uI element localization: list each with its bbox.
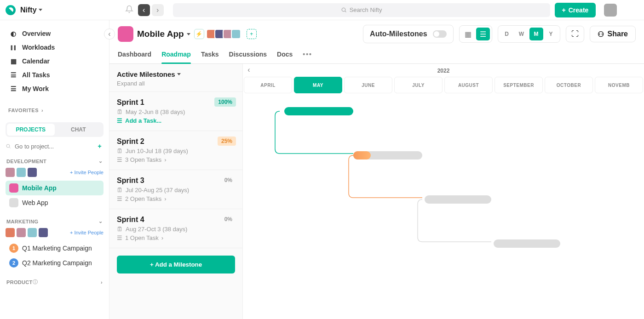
sidebar-item-workloads[interactable]: ⫿⫿Workloads xyxy=(6,40,104,54)
tab-chat[interactable]: CHAT xyxy=(55,124,103,136)
sidebar-item-my-work[interactable]: ☰My Work xyxy=(6,82,104,96)
milestone-item[interactable]: Sprint 4 🗓Aug 27-Oct 3 (38 days) ☰1 Open… xyxy=(109,209,242,248)
project-q1-marketing[interactable]: 1Q1 Marketing Campaign xyxy=(6,241,104,256)
project-web-app[interactable]: Web App xyxy=(6,195,104,210)
tab-tasks[interactable]: Tasks xyxy=(201,46,219,63)
month-november[interactable]: NOVEMB xyxy=(595,77,643,93)
add-milestone-button[interactable]: + Add a Milestone xyxy=(117,256,235,273)
roadmap-content: Active Milestones Expand all Sprint 1 🗓M… xyxy=(109,64,644,319)
milestone-tasks: 2 Open Tasks xyxy=(125,195,161,202)
share-icon: ⚇ xyxy=(598,30,604,39)
milestone-item[interactable]: Sprint 1 🗓May 2-Jun 8 (38 days) ☰Add a T… xyxy=(109,92,242,131)
avatar xyxy=(17,168,26,177)
gantt-bar-sprint1[interactable] xyxy=(284,107,353,115)
avatar xyxy=(6,168,15,177)
scale-week[interactable]: W xyxy=(515,28,529,40)
marketing-people: + Invite People xyxy=(6,228,104,237)
collapse-sidebar-button[interactable]: ‹ xyxy=(104,28,115,40)
milestone-tasks: 3 Open Tasks xyxy=(125,156,161,163)
project-mobile-app[interactable]: Mobile App xyxy=(6,181,104,195)
milestone-item[interactable]: Sprint 2 🗓Jun 10-Jul 18 (39 days) ☰3 Ope… xyxy=(109,131,242,170)
list-view-button[interactable]: ☰ xyxy=(476,28,490,40)
avatar xyxy=(231,29,241,39)
dev-people: + Invite People xyxy=(6,168,104,177)
milestones-title[interactable]: Active Milestones xyxy=(117,70,235,78)
sidebar-item-calendar[interactable]: ▦Calendar xyxy=(6,54,104,68)
tab-roadmap[interactable]: Roadmap xyxy=(161,46,191,63)
invite-people-link[interactable]: + Invite People xyxy=(70,230,104,235)
add-task-link[interactable]: Add a Task... xyxy=(125,117,161,124)
automation-button[interactable]: ⚡ xyxy=(194,29,204,39)
gantt-bar-sprint3[interactable] xyxy=(425,195,491,204)
project-title[interactable]: Mobile App xyxy=(137,29,190,39)
month-august[interactable]: AUGUST xyxy=(444,77,493,93)
month-september[interactable]: SEPTEMBER xyxy=(494,77,543,93)
month-may[interactable]: MAY xyxy=(294,77,342,93)
gantt-row xyxy=(243,140,644,184)
tab-docs[interactable]: Docs xyxy=(277,46,293,63)
project-q2-marketing[interactable]: 2Q2 Marketing Campaign xyxy=(6,256,104,270)
chevron-down-icon: ⌄ xyxy=(98,158,103,164)
search-icon xyxy=(6,143,11,149)
invite-people-link[interactable]: + Invite People xyxy=(70,170,104,175)
svg-point-0 xyxy=(342,8,345,11)
fullscreen-button[interactable]: ⛶ xyxy=(566,26,584,42)
list-icon: ☰ xyxy=(9,85,17,92)
month-october[interactable]: OCTOBER xyxy=(545,77,593,93)
chevron-right-icon: › xyxy=(164,156,166,163)
milestone-item[interactable]: Sprint 3 🗓Jul 20-Aug 25 (37 days) ☰2 Ope… xyxy=(109,170,242,209)
member-avatars[interactable] xyxy=(208,29,241,39)
scale-month[interactable]: M xyxy=(529,28,543,40)
add-member-button[interactable]: + xyxy=(247,29,257,39)
gantt-bar-sprint4[interactable] xyxy=(494,239,560,248)
tab-projects[interactable]: PROJECTS xyxy=(7,124,55,136)
tab-dashboard[interactable]: Dashboard xyxy=(118,46,151,63)
list-icon: ☰ xyxy=(117,117,122,124)
favorites-header[interactable]: FAVORITES › xyxy=(6,105,104,116)
search-placeholder: Search Nifty xyxy=(350,6,382,13)
share-button[interactable]: ⚇Share xyxy=(590,26,636,42)
avatar xyxy=(6,228,15,237)
chevron-down-icon xyxy=(177,73,181,75)
milestone-name: Sprint 3 xyxy=(117,177,235,185)
create-button[interactable]: + Create xyxy=(555,3,596,17)
notifications-icon[interactable] xyxy=(125,5,133,15)
gantt-chart[interactable]: ‹ 2022 APRIL MAY JUNE JULY AUGUST SEPTEM… xyxy=(243,64,644,319)
project-color-icon xyxy=(9,198,18,207)
month-april[interactable]: APRIL xyxy=(244,77,292,93)
month-july[interactable]: JULY xyxy=(394,77,443,93)
brand-name[interactable]: Nifty xyxy=(20,6,42,14)
nav-arrows: ‹ › xyxy=(138,4,164,16)
milestone-dates: Jun 10-Jul 18 (39 days) xyxy=(126,148,188,154)
chevron-right-icon: › xyxy=(164,195,166,202)
milestone-dates: May 2-Jun 8 (38 days) xyxy=(126,108,185,115)
nav-forward-button[interactable]: › xyxy=(152,4,164,16)
month-headers: APRIL MAY JUNE JULY AUGUST SEPTEMBER OCT… xyxy=(243,77,644,93)
chevron-down-icon: ⌄ xyxy=(98,218,103,224)
user-avatar[interactable] xyxy=(604,4,617,17)
search-input[interactable]: Search Nifty xyxy=(173,3,550,17)
sidebar-item-all-tasks[interactable]: ☰All Tasks xyxy=(6,68,104,82)
avatar xyxy=(28,228,37,237)
avatar xyxy=(39,228,48,237)
scale-year[interactable]: Y xyxy=(544,28,558,40)
sidebar-item-overview[interactable]: ◐Overview xyxy=(6,27,104,40)
chart-icon: ⫿⫿ xyxy=(9,44,17,51)
grid-view-button[interactable]: ▦ xyxy=(461,28,475,40)
section-marketing[interactable]: MARKETING⌄ xyxy=(6,216,104,227)
tab-discussions[interactable]: Discussions xyxy=(229,46,267,63)
add-project-button[interactable]: + xyxy=(96,142,104,151)
expand-all-button[interactable]: Expand all xyxy=(117,80,235,87)
scale-day[interactable]: D xyxy=(500,28,514,40)
month-june[interactable]: JUNE xyxy=(344,77,392,93)
section-product[interactable]: PRODUCT ⓘ› xyxy=(6,277,104,288)
chevron-down-icon xyxy=(187,33,190,35)
chevron-right-icon: › xyxy=(41,108,43,113)
progress-badge: 0% xyxy=(221,215,236,224)
nav-back-button[interactable]: ‹ xyxy=(138,4,150,16)
chevron-right-icon: › xyxy=(161,234,163,241)
auto-milestones-toggle[interactable]: Auto-Milestones xyxy=(363,25,453,43)
tab-more[interactable]: ••• xyxy=(303,46,312,63)
section-development[interactable]: DEVELOPMENT⌄ xyxy=(6,156,104,167)
goto-input[interactable] xyxy=(15,143,92,150)
